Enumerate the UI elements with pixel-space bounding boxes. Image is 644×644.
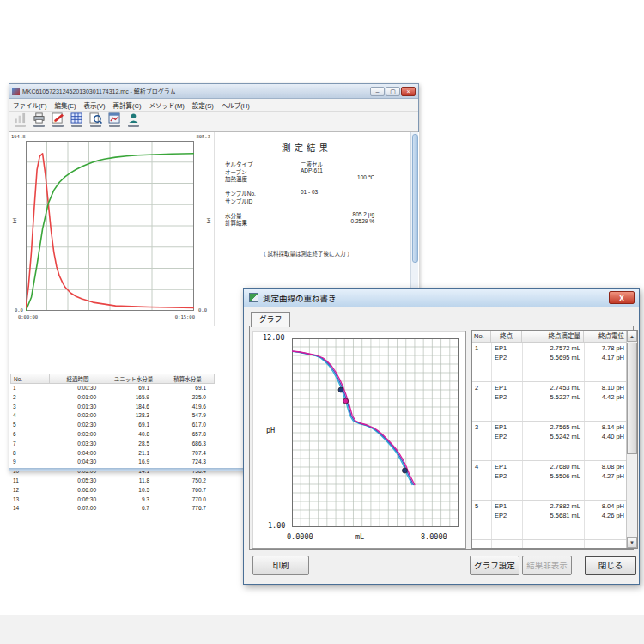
result-field: 加熱温度100 ℃ (215, 174, 398, 182)
menu-item[interactable]: メソッド(M) (149, 100, 185, 110)
menu-item[interactable]: 設定(S) (192, 100, 214, 110)
data-table-cell: 657.8 (161, 430, 215, 440)
ep-table-header-cell[interactable]: 終点電位 (584, 331, 628, 343)
data-table-row[interactable]: 80:04:0021.1707.4 (10, 449, 216, 459)
ep-result-group[interactable]: 1EP12.7572 mL7.78 pHEP25.5695 mL4.17 pH (472, 343, 626, 382)
data-table-row[interactable]: 70:03:3028.5686.3 (10, 440, 216, 449)
data-table-cell: 0:06:30 (50, 495, 106, 505)
data-table-header-cell[interactable]: 積算水分量 (161, 374, 215, 384)
data-table-row[interactable]: 60:03:0040.8657.8 (10, 430, 216, 440)
analysis-window-titlebar[interactable]: MKC6105723124520130301174312.mc - 解析プログラ… (9, 84, 418, 99)
results-note: （ 試料採取量は測定終了後に入力 ） (215, 249, 398, 258)
data-table-cell: 0:00:30 (50, 384, 106, 393)
ep-table-header-cell[interactable]: No. (472, 331, 491, 343)
data-table-header-cell[interactable]: No. (10, 374, 50, 384)
ep-result-group[interactable]: 4EP12.7680 mL8.08 pHEP25.5506 mL4.27 pH (472, 461, 626, 501)
dialog-close-button[interactable]: x (609, 291, 635, 304)
maximize-button[interactable]: ▢ (386, 87, 400, 96)
data-table-cell: 776.7 (161, 504, 215, 513)
ep-volume-value: 2.7453 mL (522, 384, 580, 392)
ep-potential-value: 8.04 pH (584, 502, 624, 510)
result-field-value: 805.2 μg (353, 211, 374, 217)
report-icon[interactable] (11, 112, 28, 131)
data-table-header-cell[interactable]: 経過時間 (50, 374, 106, 384)
data-table-cell: 0:04:30 (50, 458, 106, 467)
print-button[interactable]: 印刷 (252, 556, 309, 575)
search-doc-icon[interactable] (87, 112, 104, 131)
result-field (215, 204, 398, 211)
result-field: 計算結果0.2529 % (215, 218, 398, 226)
overlay-dialog-titlebar[interactable]: 測定曲線の重ね書き (244, 289, 639, 307)
data-table-row[interactable]: 110:05:3011.8750.2 (10, 477, 216, 486)
menu-item[interactable]: ファイル(F) (13, 100, 47, 110)
graph-edit-icon[interactable] (49, 112, 66, 131)
ep-table-header-cell[interactable]: 終点滴定量 (522, 331, 584, 343)
scroll-up-icon[interactable]: ▲ (627, 331, 637, 342)
data-table-cell: 184.6 (106, 403, 161, 412)
scroll-down-icon[interactable]: ▼ (627, 537, 637, 548)
graph-window-icon[interactable] (106, 112, 123, 131)
menu-item[interactable]: ヘルプ(H) (222, 100, 250, 110)
data-table-row[interactable]: 40:02:00128.3547.9 (10, 411, 216, 421)
x-axis-end-label: 0:15:00 (175, 314, 195, 319)
data-table-cell: 760.7 (161, 486, 215, 495)
ep-potential-value: 4.40 pH (584, 433, 624, 440)
drying-curve-plot (26, 141, 194, 311)
graph-settings-button[interactable]: グラフ設定 (470, 556, 519, 575)
data-table-cell: 69.1 (161, 384, 215, 393)
ep-name: EP1 (495, 384, 507, 392)
data-table-row[interactable]: 30:01:30184.6419.6 (10, 403, 216, 412)
result-field: セルタイプ二液セル (215, 160, 398, 167)
page-footer-strip (0, 615, 644, 644)
data-table-header-cell[interactable]: ユニット水分量 (106, 374, 161, 384)
data-table-header: No.経過時間ユニット水分量積算水分量 (10, 374, 216, 384)
data-table-row[interactable]: 90:04:3016.9724.3 (10, 458, 216, 467)
ep-result-group[interactable]: 5EP12.7882 mL8.04 pHEP25.5681 mL4.26 pH (472, 501, 626, 540)
print-icon[interactable] (30, 112, 47, 131)
data-table-cell: 8 (10, 449, 50, 459)
ep-name: EP1 (495, 463, 507, 471)
data-table-row[interactable]: 140:07:006.7776.7 (10, 504, 216, 513)
ep-potential-value: 4.27 pH (584, 472, 624, 480)
menu-item[interactable]: 編集(E) (55, 100, 76, 110)
calc-table-icon[interactable] (68, 112, 85, 131)
result-field: 水分量805.2 μg (215, 211, 398, 219)
data-table-cell: 750.2 (161, 477, 215, 486)
data-table-cell: 7 (10, 440, 50, 449)
ep-potential-value: 4.26 pH (584, 512, 624, 519)
results-scrollbar-thumb[interactable] (412, 134, 418, 263)
result-field-value: 100 ℃ (357, 174, 374, 181)
tab-graph[interactable]: グラフ (251, 312, 290, 327)
x-max-label: 8.0000 (421, 532, 447, 541)
hide-results-button: 結果非表示 (522, 556, 572, 575)
ep-volume-value: 5.5695 mL (522, 354, 580, 361)
menu-item[interactable]: 再計算(C) (113, 100, 142, 110)
ep-result-group[interactable]: 3EP12.7565 mL8.14 pHEP25.5242 mL4.40 pH (472, 422, 626, 461)
ep-name: EP1 (495, 502, 507, 510)
ep-table-header-cell[interactable]: 終点 (491, 331, 522, 343)
ep-scrollbar-thumb[interactable] (627, 343, 637, 454)
ep-result-group[interactable]: 2EP12.7453 mL8.10 pHEP25.5227 mL4.42 pH (472, 382, 626, 422)
data-table-row[interactable]: 20:01:00165.9235.0 (10, 393, 216, 403)
left-axis-unit: μg (13, 218, 18, 224)
menu-item[interactable]: 表示(V) (84, 100, 106, 110)
data-table-cell: 1 (10, 384, 50, 393)
data-table-row[interactable]: 130:06:309.3770.0 (10, 495, 216, 505)
close-button[interactable]: × (401, 87, 416, 96)
close-dialog-button[interactable]: 閉じる (585, 556, 636, 575)
data-table-row[interactable]: 10:00:3069.169.1 (10, 384, 216, 393)
data-table-cell: 6.7 (106, 504, 161, 513)
ep-name: EP2 (495, 354, 507, 361)
data-table-row[interactable]: 120:06:0010.5760.7 (10, 486, 216, 495)
data-table-cell: 617.0 (161, 421, 215, 430)
minimize-button[interactable]: – (370, 87, 385, 96)
ep-group-number: 2 (475, 384, 478, 392)
data-table-cell: 0:07:00 (50, 504, 106, 513)
ep-potential-value: 4.42 pH (584, 393, 624, 401)
titration-graph-panel: 12.00 1.00 pH 0.0000 mL 8.0000 (252, 331, 466, 549)
user-icon[interactable] (125, 112, 142, 131)
menu-bar: ファイル(F)編集(E)表示(V)再計算(C)メソッド(M)設定(S)ヘルプ(H… (9, 99, 418, 112)
ep-group-number: 5 (475, 502, 478, 510)
ep-table-scrollbar[interactable]: ▲ ▼ (626, 331, 637, 548)
data-table-row[interactable]: 50:02:3069.1617.0 (10, 421, 216, 430)
